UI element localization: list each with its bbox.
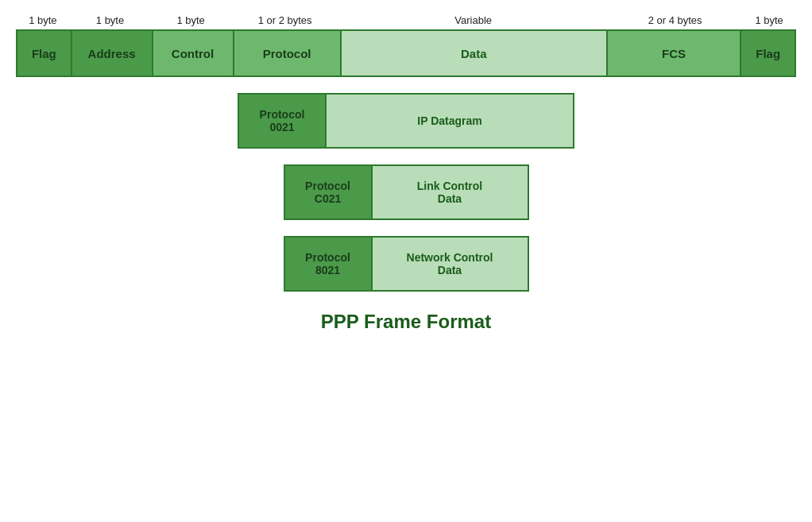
sub-diagrams-area: Protocol0021 IP Datagram ProtocolC021 Li… (16, 93, 796, 292)
size-label-data: Variable (338, 14, 608, 26)
sub-protocol-8021: Protocol8021 (285, 238, 373, 290)
size-label-control: 1 byte (150, 14, 231, 26)
page-title: PPP Frame Format (321, 311, 491, 333)
frame-cell-control: Control (153, 31, 234, 75)
frame-cell-data: Data (342, 31, 608, 75)
size-label-protocol: 1 or 2 bytes (231, 14, 338, 26)
main-frame-row: Flag Address Control Protocol Data FCS F… (16, 29, 796, 77)
size-label-flag1: 1 byte (16, 14, 70, 26)
sub-row-ip: Protocol0021 IP Datagram (238, 93, 574, 149)
sub-data-network: Network ControlData (373, 238, 528, 290)
sub-row-lcp: ProtocolC021 Link ControlData (284, 164, 529, 220)
size-label-address: 1 byte (70, 14, 151, 26)
size-label-fcs: 2 or 4 bytes (608, 14, 742, 26)
ppp-frame-container: 1 byte 1 byte 1 byte 1 or 2 bytes Variab… (16, 14, 796, 77)
sub-row-ncp: Protocol8021 Network ControlData (284, 236, 529, 292)
frame-cell-fcs: FCS (608, 31, 742, 75)
frame-cell-protocol: Protocol (234, 31, 342, 75)
frame-cell-flag2: Flag (741, 31, 795, 75)
sub-data-link: Link ControlData (373, 166, 528, 218)
frame-cell-address: Address (72, 31, 153, 75)
size-label-flag2: 1 byte (742, 14, 796, 26)
sub-data-ip: IP Datagram (327, 95, 573, 147)
size-labels-row: 1 byte 1 byte 1 byte 1 or 2 bytes Variab… (16, 14, 796, 26)
sub-protocol-c021: ProtocolC021 (285, 166, 373, 218)
sub-protocol-0021: Protocol0021 (239, 95, 327, 147)
frame-cell-flag1: Flag (17, 31, 72, 75)
